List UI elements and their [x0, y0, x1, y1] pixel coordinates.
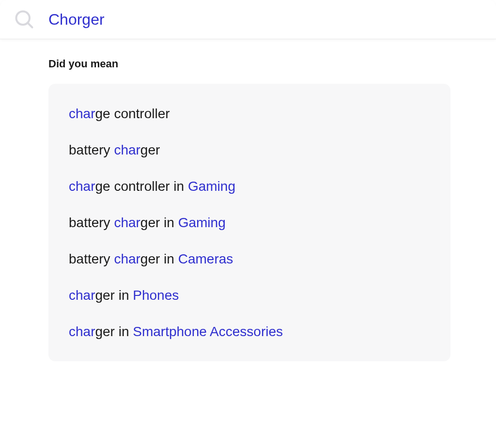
suggestion-highlight: char — [69, 324, 95, 339]
suggestion-item[interactable]: charge controller — [69, 101, 430, 132]
suggestion-text: ger — [140, 142, 160, 157]
suggestion-highlight: Gaming — [178, 215, 226, 230]
suggestion-highlight: char — [114, 251, 140, 266]
suggestion-text: battery — [69, 215, 114, 230]
suggestion-item[interactable]: battery charger in Cameras — [69, 241, 430, 277]
suggestion-highlight: char — [114, 215, 140, 230]
suggestion-text: ger in — [140, 215, 178, 230]
search-suggestions-panel: Did you mean charge controllerbattery ch… — [0, 0, 496, 448]
search-input[interactable] — [48, 11, 482, 29]
search-icon — [14, 9, 35, 30]
suggestion-text: ge controller — [95, 106, 170, 121]
suggestion-item[interactable]: battery charger in Gaming — [69, 204, 430, 241]
suggestion-highlight: Phones — [133, 288, 179, 303]
suggestion-highlight: char — [69, 106, 95, 121]
suggestion-text: battery — [69, 142, 114, 157]
suggestion-highlight: char — [69, 288, 95, 303]
suggestion-text: ger in — [95, 288, 133, 303]
suggestion-text: battery — [69, 251, 114, 266]
suggestion-text: ger in — [95, 324, 133, 339]
suggestion-highlight: char — [114, 142, 140, 157]
svg-line-1 — [28, 23, 32, 28]
search-bar — [0, 0, 496, 39]
suggestion-highlight: Cameras — [178, 251, 233, 266]
suggestion-item[interactable]: charge controller in Gaming — [69, 168, 430, 204]
suggestion-highlight: Smartphone Accessories — [133, 324, 283, 339]
did-you-mean-label: Did you mean — [48, 58, 473, 70]
suggestion-text: ge controller in — [95, 179, 187, 194]
suggestion-item[interactable]: charger in Phones — [69, 277, 430, 313]
suggestion-highlight: Gaming — [188, 179, 235, 194]
suggestion-text: ger in — [140, 251, 178, 266]
suggestions-content: Did you mean charge controllerbattery ch… — [0, 39, 496, 361]
suggestions-list: charge controllerbattery chargercharge c… — [48, 84, 450, 361]
suggestion-item[interactable]: battery charger — [69, 132, 430, 168]
suggestion-highlight: char — [69, 179, 95, 194]
suggestion-item[interactable]: charger in Smartphone Accessories — [69, 313, 430, 344]
